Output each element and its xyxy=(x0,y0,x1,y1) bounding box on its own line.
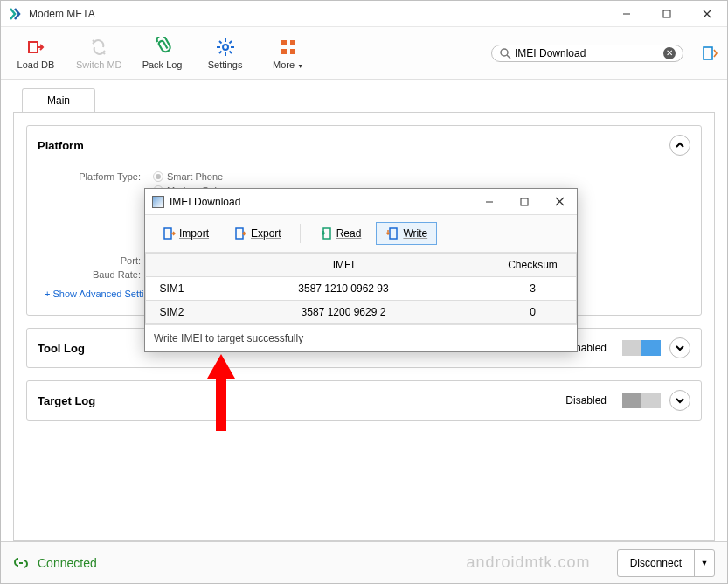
modal-status: Write IMEI to target successfully xyxy=(145,324,577,351)
watermark-footer: androidmtk.com xyxy=(467,553,591,572)
imei-download-dialog: IMEI Download Import Export Read xyxy=(144,188,578,352)
modal-title: IMEI Download xyxy=(170,196,472,208)
import-icon xyxy=(162,226,176,240)
app-icon xyxy=(8,7,22,21)
export-button[interactable]: Export xyxy=(224,222,291,245)
tab-main[interactable]: Main xyxy=(22,88,95,112)
pack-log-icon xyxy=(152,37,173,58)
svg-line-10 xyxy=(229,51,232,53)
disconnect-dropdown[interactable]: ▼ xyxy=(695,550,714,576)
show-advanced-link[interactable]: + Show Advanced Settings xyxy=(45,289,159,299)
svg-rect-19 xyxy=(704,47,712,59)
close-button[interactable] xyxy=(687,1,727,27)
svg-rect-21 xyxy=(521,198,528,205)
modal-minimize-button[interactable] xyxy=(472,189,507,215)
modal-app-icon xyxy=(152,196,164,208)
settings-button[interactable]: Settings xyxy=(199,33,252,73)
table-row[interactable]: SIM2 3587 1200 9629 2 0 xyxy=(146,301,577,324)
svg-rect-1 xyxy=(663,10,670,17)
connected-icon xyxy=(13,555,29,571)
side-panel-button[interactable] xyxy=(701,45,718,62)
modal-toolbar: Import Export Read Write xyxy=(145,215,577,253)
disconnect-button[interactable]: Disconnect ▼ xyxy=(617,549,715,577)
more-icon xyxy=(278,37,299,58)
modal-titlebar: IMEI Download xyxy=(145,189,577,215)
body: Main androidmtk.com Platform Platform Ty… xyxy=(1,80,727,541)
svg-rect-25 xyxy=(390,228,397,239)
port-label: Port: xyxy=(97,255,149,266)
load-db-button[interactable]: Load DB xyxy=(10,33,62,73)
modal-close-button[interactable] xyxy=(542,189,577,215)
import-button[interactable]: Import xyxy=(152,222,218,245)
pack-log-button[interactable]: Pack Log xyxy=(136,33,189,73)
svg-rect-14 xyxy=(290,40,295,45)
platform-type-label: Platform Type: xyxy=(45,171,149,182)
platform-title: Platform xyxy=(38,139,669,152)
clear-search-icon[interactable]: ✕ xyxy=(663,47,676,59)
svg-point-17 xyxy=(501,49,508,56)
titlebar: Modem META xyxy=(1,1,727,27)
search-box[interactable]: ✕ xyxy=(491,45,683,62)
write-icon xyxy=(385,226,399,240)
target-log-card: Target Log Disabled xyxy=(26,380,702,421)
col-checksum: Checksum xyxy=(489,254,577,277)
connected-label: Connected xyxy=(38,556,458,570)
target-log-toggle[interactable] xyxy=(622,393,661,408)
radio-smart-phone[interactable]: Smart Phone xyxy=(153,171,223,182)
toolbar: Load DB Switch MD Pack Log Settings More… xyxy=(1,27,727,80)
target-log-title: Target Log xyxy=(38,394,565,407)
col-imei: IMEI xyxy=(198,254,489,277)
baud-label: Baud Rate: xyxy=(71,269,149,280)
switch-md-button[interactable]: Switch MD xyxy=(73,33,126,73)
svg-line-12 xyxy=(229,41,232,44)
minimize-button[interactable] xyxy=(607,1,647,27)
expand-target-log-button[interactable] xyxy=(669,390,690,411)
write-button[interactable]: Write xyxy=(376,222,437,245)
load-db-icon xyxy=(25,37,46,58)
more-button[interactable]: More ▼ xyxy=(262,33,315,73)
tool-log-toggle[interactable] xyxy=(622,340,661,356)
svg-rect-16 xyxy=(290,49,295,54)
app-window: Modem META Load DB Switch MD Pack Log Se… xyxy=(0,0,728,584)
col-sim xyxy=(146,254,198,277)
expand-tool-log-button[interactable] xyxy=(669,337,690,358)
svg-line-9 xyxy=(219,41,222,44)
window-title: Modem META xyxy=(29,8,607,20)
search-icon xyxy=(499,47,511,59)
modal-maximize-button[interactable] xyxy=(507,189,542,215)
svg-rect-13 xyxy=(281,40,287,45)
target-log-status: Disabled xyxy=(565,394,607,407)
svg-point-4 xyxy=(223,45,228,50)
switch-md-icon xyxy=(88,37,109,58)
svg-line-18 xyxy=(507,55,510,59)
search-input[interactable] xyxy=(515,47,663,59)
svg-line-11 xyxy=(219,51,222,53)
svg-rect-15 xyxy=(281,49,287,54)
read-icon xyxy=(319,226,333,240)
statusbar: Connected androidmtk.com Disconnect ▼ xyxy=(1,541,727,583)
maximize-button[interactable] xyxy=(647,1,687,27)
imei-table: IMEI Checksum SIM1 3587 1210 0962 93 3 S… xyxy=(145,253,577,324)
read-button[interactable]: Read xyxy=(309,222,371,245)
export-icon xyxy=(233,226,247,240)
settings-icon xyxy=(215,37,236,58)
collapse-platform-button[interactable] xyxy=(669,135,690,156)
table-row[interactable]: SIM1 3587 1210 0962 93 3 xyxy=(146,277,577,301)
